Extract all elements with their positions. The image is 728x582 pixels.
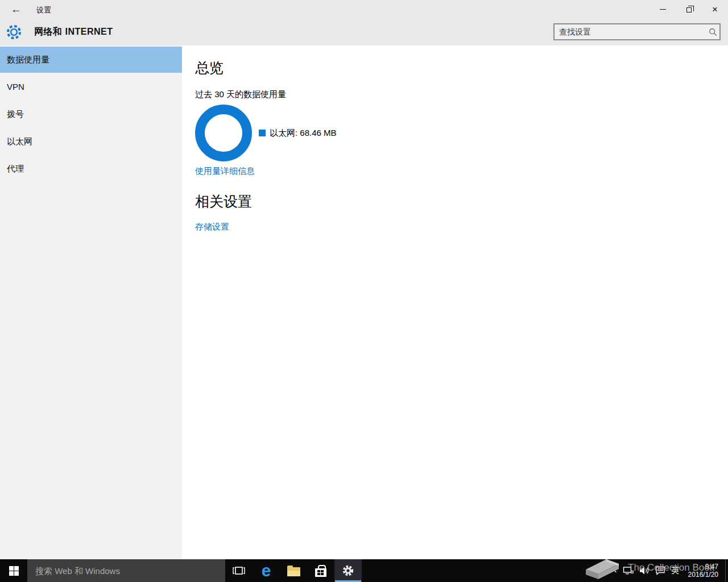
show-desktop-button[interactable]	[725, 559, 728, 582]
search-icon[interactable]	[706, 28, 719, 36]
page-title: 网络和 INTERNET	[34, 26, 113, 38]
start-button[interactable]	[0, 559, 27, 582]
back-arrow-icon: ←	[11, 3, 21, 15]
title-header-bar: ← 设置 × 网络和 INTERNET	[0, 0, 728, 45]
restore-button[interactable]	[676, 0, 702, 18]
sidebar-item-ethernet[interactable]: 以太网	[0, 128, 182, 155]
windows-logo-icon	[9, 566, 19, 576]
store-icon	[315, 568, 326, 577]
action-center-icon	[655, 566, 665, 575]
usage-details-link[interactable]: 使用量详细信息	[195, 166, 255, 177]
volume-icon	[639, 566, 650, 575]
taskbar-search-input[interactable]	[27, 566, 225, 576]
main-content: 总览 过去 30 天的数据使用量 以太网: 68.46 MB 使用量详细信息 相…	[182, 45, 728, 559]
window-title: 设置	[36, 5, 51, 15]
clock-date: 2016/1/20	[686, 571, 718, 579]
usage-donut-chart	[195, 105, 252, 161]
usage-chart-row: 以太网: 68.46 MB	[195, 105, 728, 161]
related-settings-heading: 相关设置	[195, 192, 728, 211]
close-button[interactable]: ×	[702, 0, 728, 18]
overview-heading: 总览	[195, 59, 728, 77]
legend-label: 以太网: 68.46 MB	[270, 128, 337, 139]
taskbar: e	[0, 559, 728, 582]
sidebar-item-proxy[interactable]: 代理	[0, 156, 182, 182]
window-controls: ×	[650, 0, 728, 18]
storage-settings-link[interactable]: 存储设置	[195, 222, 229, 232]
settings-search-input[interactable]	[555, 27, 706, 36]
settings-gear-icon	[6, 24, 22, 43]
back-button[interactable]: ←	[8, 2, 24, 16]
ime-indicator[interactable]: 英	[671, 566, 679, 576]
task-view-button[interactable]	[225, 559, 253, 582]
taskbar-clock[interactable]: 9:47 2016/1/20	[686, 563, 718, 579]
settings-window: ← 设置 × 网络和 INTERNET 数据使用量	[0, 0, 728, 582]
task-view-icon	[233, 566, 245, 576]
network-tray-button[interactable]	[623, 566, 634, 575]
restore-icon	[686, 7, 692, 13]
minimize-icon	[660, 9, 666, 10]
sidebar-item-dial-up[interactable]: 拨号	[0, 101, 182, 127]
sidebar: 数据使用量 VPN 拨号 以太网 代理	[0, 45, 182, 559]
gear-icon	[342, 564, 354, 577]
action-center-button[interactable]	[655, 566, 665, 575]
system-tray: 英 9:47 2016/1/20	[607, 559, 728, 582]
chart-legend: 以太网: 68.46 MB	[259, 128, 337, 139]
close-icon: ×	[712, 5, 718, 14]
usage-period-caption: 过去 30 天的数据使用量	[195, 89, 728, 100]
chevron-up-icon	[610, 568, 617, 573]
sidebar-item-vpn[interactable]: VPN	[0, 74, 182, 100]
tray-expand-button[interactable]	[610, 568, 617, 573]
network-icon	[623, 566, 634, 575]
edge-button[interactable]: e	[253, 559, 280, 582]
file-explorer-button[interactable]	[280, 559, 307, 582]
folder-icon	[287, 567, 300, 576]
legend-swatch-ethernet	[259, 130, 266, 136]
settings-search-box	[553, 23, 721, 40]
taskbar-search-box	[27, 559, 225, 582]
settings-taskbar-button[interactable]	[334, 559, 362, 582]
store-button[interactable]	[307, 559, 334, 582]
volume-tray-button[interactable]	[639, 566, 650, 575]
minimize-button[interactable]	[650, 0, 676, 18]
sidebar-item-data-usage[interactable]: 数据使用量	[0, 47, 182, 73]
clock-time: 9:47	[686, 563, 718, 571]
edge-icon: e	[262, 562, 271, 579]
